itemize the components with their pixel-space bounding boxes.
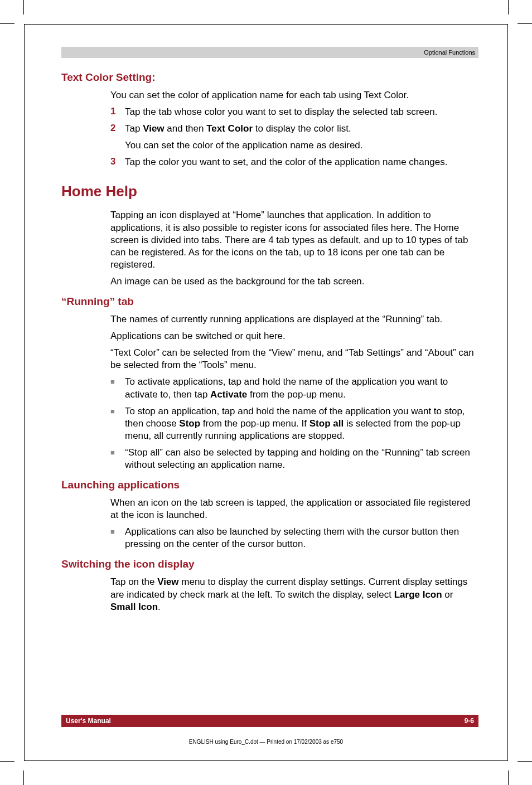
bullet-text: Applications can also be launched by sel… — [125, 526, 478, 550]
text-color-body: You can set the color of application nam… — [110, 89, 478, 168]
ordered-list: 1 Tap the tab whose color you want to se… — [110, 106, 478, 168]
heading-home-help: Home Help — [61, 183, 478, 200]
bullet-text: To stop an application, tap and hold the… — [125, 405, 478, 442]
paragraph: The names of currently running applicati… — [110, 313, 478, 326]
step-text: Tap View and then Text Color to display … — [125, 123, 478, 135]
crop-mark — [518, 761, 532, 762]
content-area: Optional Functions Text Color Setting: Y… — [24, 24, 508, 761]
heading-switching-icon-display: Switching the icon display — [61, 558, 478, 570]
step-subtext: You can set the color of the application… — [125, 139, 478, 152]
list-item: 2 Tap View and then Text Color to displa… — [110, 123, 478, 135]
step-number: 3 — [110, 156, 125, 168]
crop-mark — [508, 771, 509, 785]
switching-body: Tap on the View menu to display the curr… — [110, 576, 478, 613]
footer-left: User's Manual — [66, 717, 111, 725]
list-item: ■ “Stop all” can also be selected by tap… — [110, 447, 478, 471]
bullet-text: “Stop all” can also be selected by tappi… — [125, 447, 478, 471]
footer-meta: ENGLISH using Euro_C.dot — Printed on 17… — [25, 739, 507, 745]
step-text: Tap the tab whose color you want to set … — [125, 106, 478, 118]
page: Optional Functions Text Color Setting: Y… — [0, 0, 532, 785]
list-item: 1 Tap the tab whose color you want to se… — [110, 106, 478, 118]
square-bullet-icon: ■ — [110, 526, 125, 550]
footer-band: User's Manual 9-6 — [61, 715, 478, 727]
square-bullet-icon: ■ — [110, 447, 125, 471]
list-item: 3 Tap the color you want to set, and the… — [110, 156, 478, 168]
paragraph: An image can be used as the background f… — [110, 275, 478, 288]
launching-body: When an icon on the tab screen is tapped… — [110, 497, 478, 550]
paragraph: When an icon on the tab screen is tapped… — [110, 497, 478, 521]
page-number: 9-6 — [465, 717, 474, 725]
paragraph: You can set the color of application nam… — [110, 89, 478, 101]
step-number: 2 — [110, 123, 125, 135]
crop-mark — [508, 0, 509, 14]
bullet-list: ■ To activate applications, tap and hold… — [110, 376, 478, 471]
home-help-body: Tapping an icon displayed at “Home” laun… — [110, 209, 478, 288]
chapter-header-band: Optional Functions — [61, 47, 478, 58]
crop-mark — [0, 23, 14, 24]
paragraph: “Text Color” can be selected from the “V… — [110, 347, 478, 371]
heading-launching-applications: Launching applications — [61, 479, 478, 491]
crop-mark — [23, 0, 24, 14]
square-bullet-icon: ■ — [110, 405, 125, 442]
crop-mark — [23, 771, 24, 785]
chapter-label: Optional Functions — [424, 49, 475, 56]
step-text: Tap the color you want to set, and the c… — [125, 156, 478, 168]
paragraph: Tapping an icon displayed at “Home” laun… — [110, 209, 478, 270]
paragraph: Applications can be switched or quit her… — [110, 330, 478, 342]
paragraph: Tap on the View menu to display the curr… — [110, 576, 478, 613]
bullet-text: To activate applications, tap and hold t… — [125, 376, 478, 400]
list-item: ■ Applications can also be launched by s… — [110, 526, 478, 550]
step-number: 1 — [110, 106, 125, 118]
heading-text-color-setting: Text Color Setting: — [61, 71, 478, 84]
list-item: ■ To stop an application, tap and hold t… — [110, 405, 478, 442]
bullet-list: ■ Applications can also be launched by s… — [110, 526, 478, 550]
crop-mark — [0, 761, 14, 762]
square-bullet-icon: ■ — [110, 376, 125, 400]
crop-mark — [518, 23, 532, 24]
list-item: ■ To activate applications, tap and hold… — [110, 376, 478, 400]
running-tab-body: The names of currently running applicati… — [110, 313, 478, 471]
heading-running-tab: “Running” tab — [61, 295, 478, 308]
